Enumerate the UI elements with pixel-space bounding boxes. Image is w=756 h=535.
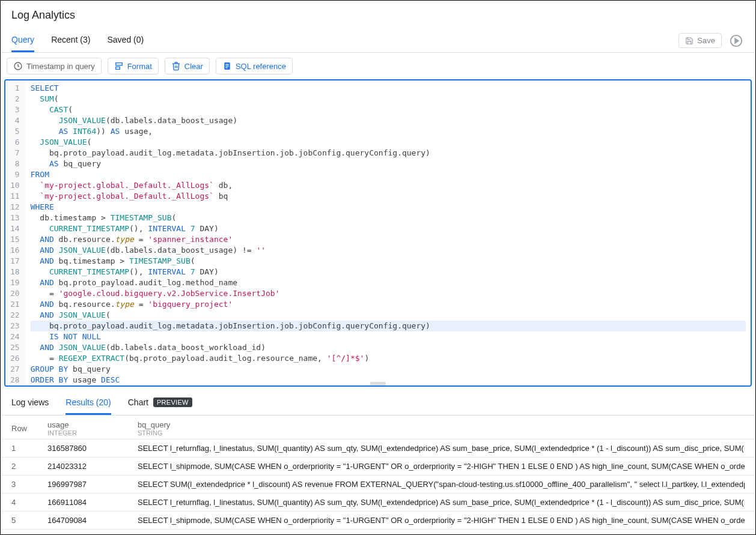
code-line[interactable]: `my-project.global._Default._AllLogs` db… (31, 180, 746, 191)
code-line[interactable]: WHERE (31, 202, 746, 213)
doc-icon (222, 61, 232, 71)
code-line[interactable]: AND bq.proto_payload.audit_log.method_na… (31, 277, 746, 288)
preview-badge: PREVIEW (153, 397, 192, 407)
code-line[interactable]: CURRENT_TIMESTAMP(), INTERVAL 7 DAY) (31, 223, 746, 234)
cell-row: 4 (11, 498, 47, 507)
clear-button[interactable]: Clear (165, 58, 210, 74)
code-line[interactable]: JSON_VALUE( (31, 137, 746, 148)
col-row: Row (11, 424, 47, 433)
code-line[interactable]: AND bq.timestamp > TIMESTAMP_SUB( (31, 256, 746, 267)
tab-chart-label: Chart (128, 397, 148, 407)
cell-query: SELECT SUM(l_extendedprice * l_discount)… (138, 480, 745, 489)
code-line[interactable]: SUM( (31, 94, 746, 104)
format-icon (114, 61, 124, 71)
tab-query[interactable]: Query (11, 29, 34, 52)
table-row[interactable]: 6122604613SELECT SUM(l_extendedprice * l… (1, 530, 755, 535)
code-line[interactable]: AND JSON_VALUE( (31, 310, 746, 321)
cell-query: SELECT l_returnflag, l_linestatus, SUM(l… (138, 498, 745, 507)
line-gutter: 1234567891011121314151617181920212223242… (5, 80, 26, 385)
code-line[interactable]: = REGEXP_EXTRACT(bq.proto_payload.audit_… (31, 353, 746, 364)
page-title: Log Analytics (11, 9, 745, 22)
results-tabs: Log views Results (20) Chart PREVIEW (1, 387, 755, 416)
grid-header: Row usage INTEGER bq_query STRING (1, 416, 755, 440)
code-line[interactable]: IS NOT NULL (31, 331, 746, 342)
format-label: Format (127, 62, 152, 71)
sql-reference-button[interactable]: SQL reference (216, 58, 293, 74)
col-bqquery-name: bq_query (138, 420, 745, 429)
svg-rect-8 (225, 67, 227, 68)
cell-query: SELECT l_shipmode, SUM(CASE WHEN o_order… (138, 462, 745, 471)
col-bqquery: bq_query STRING (138, 420, 745, 437)
cell-row: 3 (11, 480, 47, 489)
code-line[interactable]: `my-project.global._Default._AllLogs` bq (31, 191, 746, 202)
clear-label: Clear (184, 62, 203, 71)
editor-toolbar: Timestamp in query Format Clear SQL refe… (1, 53, 755, 79)
code-line[interactable]: CURRENT_TIMESTAMP(), INTERVAL 7 DAY) (31, 267, 746, 277)
code-line[interactable]: AND JSON_VALUE(db.labels.data_boost_usag… (31, 245, 746, 256)
save-button-label: Save (697, 36, 715, 45)
cell-usage: 196997987 (47, 480, 138, 489)
code-line[interactable]: bq.proto_payload.audit_log.metadata.jobI… (31, 148, 746, 159)
svg-rect-6 (225, 64, 228, 65)
code-line[interactable]: CAST( (31, 104, 746, 115)
sql-editor[interactable]: 1234567891011121314151617181920212223242… (4, 79, 752, 387)
svg-marker-1 (735, 38, 739, 43)
tab-results[interactable]: Results (20) (66, 393, 111, 415)
col-usage-type: INTEGER (47, 429, 138, 437)
code-area[interactable]: SELECT SUM( CAST( JSON_VALUE(db.labels.d… (26, 80, 751, 385)
cell-row: 2 (11, 462, 47, 471)
resize-handle[interactable] (370, 382, 386, 385)
tab-recent[interactable]: Recent (3) (51, 29, 90, 52)
code-line[interactable]: AND bq.resource.type = 'bigquery_project… (31, 299, 746, 310)
table-row[interactable]: 5164709084SELECT l_shipmode, SUM(CASE WH… (1, 512, 755, 530)
code-line[interactable]: GROUP BY bq_query (31, 364, 746, 375)
run-query-button[interactable] (728, 32, 745, 49)
code-line[interactable]: AS INT64)) AS usage, (31, 126, 746, 137)
col-usage-name: usage (47, 420, 138, 429)
sqlref-label: SQL reference (236, 62, 286, 71)
code-line[interactable]: JSON_VALUE(db.labels.data_boost_usage) (31, 115, 746, 126)
cell-usage: 166911084 (47, 498, 138, 507)
run-icon (730, 34, 743, 47)
timestamp-label: Timestamp in query (26, 62, 95, 71)
svg-rect-7 (225, 65, 228, 66)
primary-tabs: Query Recent (3) Saved (0) Save (1, 29, 755, 53)
table-row[interactable]: 4166911084SELECT l_returnflag, l_linesta… (1, 494, 755, 512)
format-button[interactable]: Format (108, 58, 159, 74)
cell-row: 1 (11, 444, 47, 453)
code-line[interactable]: AS bq_query (31, 159, 746, 169)
svg-rect-4 (115, 67, 120, 69)
save-icon (685, 37, 694, 45)
code-line[interactable]: db.timestamp > TIMESTAMP_SUB( (31, 213, 746, 223)
cell-usage: 214023312 (47, 462, 138, 471)
timestamp-chip[interactable]: Timestamp in query (7, 58, 102, 74)
page-header: Log Analytics (1, 1, 755, 29)
cell-query: SELECT l_returnflag, l_linestatus, SUM(l… (138, 444, 745, 453)
code-line[interactable]: = 'google.cloud.bigquery.v2.JobService.I… (31, 288, 746, 299)
code-line[interactable]: SELECT (31, 83, 746, 94)
tab-chart[interactable]: Chart PREVIEW (128, 393, 192, 415)
code-line[interactable]: bq.proto_payload.audit_log.metadata.jobI… (31, 321, 746, 331)
results-grid: Row usage INTEGER bq_query STRING 131658… (1, 416, 755, 535)
clock-icon (13, 61, 23, 71)
code-line[interactable]: AND JSON_VALUE(db.labels.data_boost_work… (31, 342, 746, 353)
code-line[interactable]: AND db.resource.type = 'spanner_instance… (31, 234, 746, 245)
cell-usage: 164709084 (47, 516, 138, 525)
code-line[interactable]: ORDER BY usage DESC (31, 375, 746, 385)
cell-usage: 316587860 (47, 444, 138, 453)
svg-rect-3 (115, 63, 122, 65)
tab-saved[interactable]: Saved (0) (107, 29, 144, 52)
col-usage: usage INTEGER (47, 420, 138, 437)
trash-icon (171, 61, 181, 71)
save-button[interactable]: Save (678, 33, 722, 48)
cell-row: 5 (11, 516, 47, 525)
table-row[interactable]: 2214023312SELECT l_shipmode, SUM(CASE WH… (1, 458, 755, 476)
col-bqquery-type: STRING (138, 429, 745, 437)
cell-query: SELECT l_shipmode, SUM(CASE WHEN o_order… (138, 516, 745, 525)
tab-log-views[interactable]: Log views (11, 393, 49, 415)
table-row[interactable]: 1316587860SELECT l_returnflag, l_linesta… (1, 440, 755, 458)
code-line[interactable]: FROM (31, 169, 746, 180)
table-row[interactable]: 3196997987SELECT SUM(l_extendedprice * l… (1, 476, 755, 494)
